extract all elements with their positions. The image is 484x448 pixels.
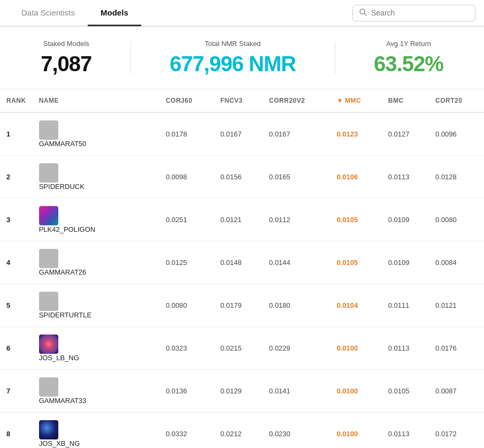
cell-corj60: 0.0323 [159,327,214,370]
cell-mmc: 0.0100 [331,327,382,370]
col-header-fncv3: FNCV3 [214,89,263,112]
table-row[interactable]: 3 PLK42_POLIGON 0.0251 0.0121 0.0112 0.0… [0,199,484,241]
cell-corr20v2: 0.0165 [263,156,330,199]
table-row[interactable]: 8 JOS_XB_NG 0.0332 0.0212 0.0230 0.0100 … [0,413,484,449]
cell-mmc: 0.0106 [331,156,382,199]
cell-cort20: 0.0121 [429,284,484,327]
cell-rank: 1 [0,112,33,156]
col-header-name: NAME [33,89,159,112]
table-row[interactable]: 2 SPIDERDUCK 0.0098 0.0156 0.0165 0.0106… [0,156,484,199]
cell-bmc: 0.0127 [382,112,429,156]
cell-corr20v2: 0.0144 [263,241,330,284]
cell-corj60: 0.0080 [159,284,214,327]
models-table-container: RANK NAME CORJ60 FNCV3 CORR20V2 ▼MMC BMC… [0,89,484,448]
cell-fncv3: 0.0156 [214,156,263,199]
cell-corr20v2: 0.0167 [263,112,330,156]
cell-bmc: 0.0111 [382,284,429,327]
table-row[interactable]: 4 GAMMARAT26 0.0125 0.0148 0.0144 0.0105… [0,241,484,284]
stat-avg-return-label: Avg 1Y Return [374,40,443,48]
header: Data Scientists Models [0,0,484,27]
cell-cort20: 0.0128 [429,156,484,199]
stat-staked-models: Staked Models 7,087 [41,40,91,76]
cell-mmc: 0.0105 [331,241,382,284]
svg-line-1 [364,13,366,16]
cell-bmc: 0.0109 [382,241,429,284]
cell-mmc: 0.0123 [331,112,382,156]
model-avatar [39,120,58,140]
table-row[interactable]: 7 GAMMARAT33 0.0136 0.0129 0.0141 0.0100… [0,370,484,413]
model-avatar [39,292,58,311]
models-table: RANK NAME CORJ60 FNCV3 CORR20V2 ▼MMC BMC… [0,89,484,448]
search-icon [359,9,367,18]
stat-total-nmr: Total NMR Staked 677,996 NMR [170,40,296,76]
table-row[interactable]: 5 SPIDERTURTLE 0.0080 0.0179 0.0180 0.01… [0,284,484,327]
model-name: PLK42_POLIGON [39,225,96,233]
cell-name: SPIDERTURTLE [33,284,159,327]
cell-rank: 6 [0,327,33,370]
cell-cort20: 0.0176 [429,327,484,370]
cell-rank: 2 [0,156,33,199]
stat-total-nmr-label: Total NMR Staked [170,40,296,48]
col-header-rank: RANK [0,89,33,112]
cell-bmc: 0.0113 [382,156,429,199]
col-header-bmc: BMC [382,89,429,112]
cell-corj60: 0.0178 [159,112,214,156]
cell-fncv3: 0.0148 [214,241,263,284]
col-header-corj60: CORJ60 [159,89,214,112]
stat-avg-return-value: 63.52% [374,52,443,76]
cell-cort20: 0.0080 [429,199,484,241]
cell-name: SPIDERDUCK [33,156,159,199]
model-name: JOS_LB_NG [39,354,79,362]
cell-corj60: 0.0251 [159,199,214,241]
tab-models[interactable]: Models [88,1,141,26]
cell-name: JOS_XB_NG [33,413,159,449]
model-avatar [39,206,58,225]
model-name: GAMMARAT50 [39,140,87,148]
cell-name: GAMMARAT33 [33,370,159,413]
stat-divider-1 [130,42,131,74]
cell-name: GAMMARAT50 [33,112,159,156]
model-name: SPIDERDUCK [39,183,84,191]
cell-corr20v2: 0.0229 [263,327,330,370]
cell-name: PLK42_POLIGON [33,199,159,241]
cell-corj60: 0.0136 [159,370,214,413]
stat-divider-2 [335,42,335,74]
model-avatar [39,163,58,183]
cell-name: GAMMARAT26 [33,241,159,284]
cell-mmc: 0.0100 [331,370,382,413]
cell-name: JOS_LB_NG [33,327,159,370]
cell-corj60: 0.0332 [159,413,214,449]
col-header-corr20v2: CORR20V2 [263,89,330,112]
stat-staked-models-label: Staked Models [41,40,91,48]
tabs: Data Scientists Models [9,1,141,25]
cell-bmc: 0.0113 [382,413,429,449]
search-input[interactable] [371,9,468,17]
cell-fncv3: 0.0129 [214,370,263,413]
cell-cort20: 0.0172 [429,413,484,449]
model-avatar [39,377,58,397]
cell-mmc: 0.0104 [331,284,382,327]
cell-fncv3: 0.0215 [214,327,263,370]
stat-total-nmr-value: 677,996 NMR [170,52,296,76]
model-name: GAMMARAT33 [39,397,87,405]
cell-fncv3: 0.0212 [214,413,263,449]
cell-mmc: 0.0100 [331,413,382,449]
table-row[interactable]: 1 GAMMARAT50 0.0178 0.0167 0.0167 0.0123… [0,112,484,156]
search-box [352,5,475,21]
cell-rank: 5 [0,284,33,327]
model-avatar [39,249,58,268]
tab-data-scientists[interactable]: Data Scientists [9,1,88,26]
cell-bmc: 0.0109 [382,199,429,241]
cell-corj60: 0.0125 [159,241,214,284]
col-header-mmc[interactable]: ▼MMC [331,89,382,112]
table-row[interactable]: 6 JOS_LB_NG 0.0323 0.0215 0.0229 0.0100 … [0,327,484,370]
cell-bmc: 0.0105 [382,370,429,413]
stat-avg-return: Avg 1Y Return 63.52% [374,40,443,76]
model-name: SPIDERTURTLE [39,311,92,319]
sort-arrow-icon: ▼ [337,97,343,104]
stat-staked-models-value: 7,087 [41,52,91,76]
cell-fncv3: 0.0179 [214,284,263,327]
cell-fncv3: 0.0167 [214,112,263,156]
cell-rank: 4 [0,241,33,284]
cell-rank: 8 [0,413,33,449]
